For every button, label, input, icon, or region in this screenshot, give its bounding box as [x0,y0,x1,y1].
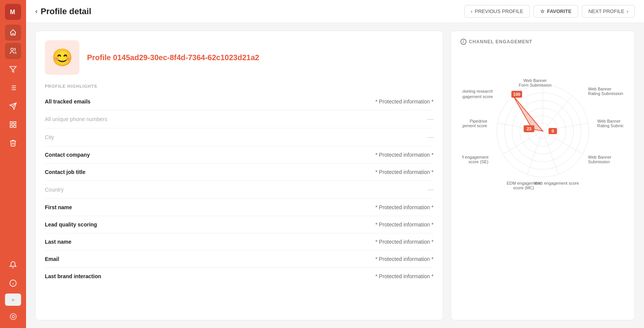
row-value-city: — [427,134,434,141]
svg-text:Web Banner: Web Banner [588,155,611,159]
row-value-last-brand: * Protected information * [375,273,434,279]
notification-badge [16,258,20,261]
table-row: City — [45,128,434,146]
sidebar-item-notifications[interactable] [5,257,21,273]
sidebar: M [0,0,26,328]
row-label-city: City [45,134,54,140]
engagement-title: i CHANNEL ENGAGEMENT [460,39,625,45]
table-row: All unique phone numbers — [45,110,434,128]
table-row: Country — [45,181,434,199]
row-value-job-title: * Protected information * [375,169,434,175]
bottom-logo-icon: ◎ [10,311,17,321]
sidebar-logo[interactable]: M [5,4,21,20]
row-label-lead-scoring: Lead quality scoring [45,221,97,228]
chevron-right-icon: › [627,8,628,14]
svg-text:23: 23 [527,126,531,131]
sidebar-item-gallery[interactable] [5,116,21,133]
previous-profile-button[interactable]: ‹ PREVIOUS PROFILE [464,5,530,18]
table-row: Last name * Protected information * [45,233,434,251]
sidebar-item-list[interactable] [5,80,21,96]
svg-rect-9 [10,122,13,124]
sidebar-expand-button[interactable]: » [5,294,21,306]
svg-line-25 [543,131,583,154]
row-label-job-title: Contact job title [45,169,85,175]
svg-text:EDM engagement: EDM engagement [507,181,541,185]
svg-text:Web engagement score: Web engagement score [534,181,579,185]
section-highlights-label: PROFILE HIGHLIGHTS [45,84,434,89]
table-row: Email * Protected information * [45,251,434,268]
table-row: Contact job title * Protected informatio… [45,164,434,181]
svg-text:engagement score: engagement score [462,123,487,128]
svg-text:Web Banner: Web Banner [588,87,611,91]
svg-text:Pipedrive: Pipedrive [470,119,487,123]
row-value-company: * Protected information * [375,152,434,158]
svg-text:Web Banner: Web Banner [524,78,547,83]
svg-text:score (SE): score (SE) [468,159,488,164]
sidebar-top: M [0,4,26,151]
next-profile-label: NEXT PROFILE [588,8,624,14]
row-value-phones: — [427,116,434,123]
svg-text:Submission: Submission [588,159,610,164]
avatar-emoji: 😊 [52,48,73,67]
svg-marker-2 [10,67,16,72]
svg-line-27 [527,131,543,175]
page-title: Profile detail [41,7,91,16]
previous-profile-label: PREVIOUS PROFILE [475,8,523,14]
sidebar-item-home[interactable] [5,25,21,41]
svg-rect-12 [14,125,16,128]
svg-text:Web Banner: Web Banner [597,119,621,123]
sidebar-item-trash[interactable] [5,135,21,151]
content-area: 😊 Profile 0145ad29-30ec-8f4d-7364-62c102… [26,23,644,328]
row-label-lastname: Last name [45,239,71,245]
row-value-firstname: * Protected information * [375,204,434,210]
favorite-button[interactable]: ☆ FAVORITE [534,5,578,18]
svg-text:Marketing research: Marketing research [462,89,493,93]
engagement-card: i CHANNEL ENGAGEMENT [451,31,635,320]
row-value-lead-scoring: * Protected information * [375,221,434,228]
svg-line-28 [503,131,543,154]
svg-text:0: 0 [552,129,554,133]
svg-text:100: 100 [513,92,520,97]
row-value-email: * Protected information * [375,256,434,262]
table-row: First name * Protected information * [45,199,434,216]
row-label-email: Email [45,256,59,262]
svg-text:Form Submission: Form Submission [519,83,552,87]
row-value-emails: * Protected information * [375,98,434,105]
row-value-country: — [427,186,434,193]
info-circle-icon: i [460,39,467,45]
header-left: ‹ Profile detail [35,7,91,16]
chevron-left-icon: ‹ [471,8,472,14]
radar-chart: 100 23 0 Marketing research engagement s… [460,52,625,206]
svg-text:M: M [10,9,15,15]
info-letter: i [463,40,464,44]
sidebar-bottom-logo[interactable]: ◎ [5,308,21,324]
star-icon: ☆ [540,8,545,14]
header-right: ‹ PREVIOUS PROFILE ☆ FAVORITE NEXT PROFI… [464,5,635,18]
svg-rect-11 [10,125,13,128]
sidebar-item-filter[interactable] [5,61,21,77]
sidebar-item-people[interactable] [5,43,21,59]
profile-header: 😊 Profile 0145ad29-30ec-8f4d-7364-62c102… [45,40,434,75]
main-content: ‹ Profile detail ‹ PREVIOUS PROFILE ☆ FA… [26,0,644,328]
svg-point-1 [11,48,13,51]
row-label-emails: All tracked emails [45,98,90,105]
engagement-title-label: CHANNEL ENGAGEMENT [469,39,532,44]
sidebar-item-info[interactable] [5,275,21,291]
svg-text:score (MC): score (MC) [513,185,534,190]
row-label-phones: All unique phone numbers [45,116,107,122]
profile-card: 😊 Profile 0145ad29-30ec-8f4d-7364-62c102… [35,31,443,320]
svg-rect-10 [14,122,16,124]
row-value-lastname: * Protected information * [375,239,434,245]
avatar: 😊 [45,40,79,75]
sidebar-item-megaphone[interactable] [5,98,21,114]
next-profile-button[interactable]: NEXT PROFILE › [582,5,635,18]
row-label-last-brand: Last brand interaction [45,273,101,279]
profile-id: Profile 0145ad29-30ec-8f4d-7364-62c1023d… [87,53,259,62]
row-label-firstname: First name [45,204,72,210]
svg-text:EDM engagement: EDM engagement [462,155,488,159]
radar-svg: 100 23 0 Marketing research engagement s… [462,56,623,202]
svg-line-26 [543,131,559,175]
favorite-label: FAVORITE [547,8,572,14]
back-button[interactable]: ‹ [35,7,38,15]
table-row: All tracked emails * Protected informati… [45,93,434,110]
